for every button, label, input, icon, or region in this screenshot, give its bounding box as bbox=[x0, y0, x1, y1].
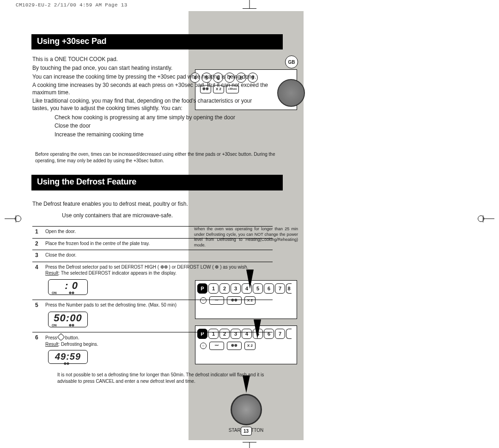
sec1-bullets: Check how cooking is progressing at any … bbox=[55, 114, 278, 139]
bullet: Increase the remaining cooking time bbox=[55, 131, 278, 139]
step-num: 3 bbox=[35, 252, 45, 259]
step-row: 1 Open the door. bbox=[32, 227, 273, 239]
step-text: Press the Defrost selector pad to set DE… bbox=[45, 264, 271, 276]
page-number: 13 bbox=[241, 427, 252, 436]
bullet: Close the door bbox=[55, 123, 278, 130]
p: This is a ONE TOUCH COOK pad. bbox=[32, 56, 268, 63]
section-title-defrost: Using the Defrost Feature bbox=[31, 175, 283, 190]
lcd-display: 49:59 ❆❆ bbox=[48, 350, 88, 364]
p: You can increase the cooking time by pre… bbox=[32, 74, 268, 81]
step-text: Open the door. bbox=[45, 228, 271, 235]
step-num: 1 bbox=[35, 228, 45, 236]
seg-value: 49:59 bbox=[51, 351, 85, 362]
bullet: Check how cooking is progressing at any … bbox=[55, 114, 278, 122]
safe-containers: Use only containers that are microwave-s… bbox=[62, 212, 278, 220]
print-job-header: CM1029-EU-2 2/11/00 4:59 AM Page 13 bbox=[16, 2, 128, 8]
dial-icon bbox=[231, 394, 262, 425]
step-text: Press the Number pads to set the defrost… bbox=[45, 302, 271, 309]
lcd-display: 50:00 ON❆❆ bbox=[48, 312, 88, 327]
p: A cooking time increases by 30 seconds a… bbox=[32, 82, 268, 96]
lcd-display: : 0 ON❆❆ bbox=[48, 279, 88, 295]
crop-mark-left bbox=[5, 212, 18, 226]
steps-table: 1 Open the door. 2 Place the frozen food… bbox=[32, 226, 273, 367]
section-title-30sec: Using +30sec Pad bbox=[31, 34, 283, 49]
step-text: Press button. Result: Defrosting begins. bbox=[45, 334, 271, 347]
language-badge: GB bbox=[285, 55, 298, 68]
step-row: 5 Press the Number pads to set the defro… bbox=[32, 300, 273, 333]
step-text: Close the door. bbox=[45, 252, 271, 258]
p: By touching the pad once, you can start … bbox=[32, 65, 268, 72]
step-row: 2 Place the frozen food in the centre of… bbox=[32, 239, 273, 251]
sec1-body: This is a ONE TOUCH COOK pad. By touchin… bbox=[32, 56, 268, 112]
step-row: 4 Press the Defrost selector pad to set … bbox=[32, 262, 273, 300]
defrost-intro: The Defrost feature enables you to defro… bbox=[32, 201, 278, 208]
p: Like traditional cooking, you may find t… bbox=[32, 98, 268, 112]
step-row: 6 Press button. Result: Defrosting begin… bbox=[32, 332, 273, 367]
dial-illustration bbox=[277, 79, 305, 107]
key-8b: 8 bbox=[286, 283, 292, 294]
seg-value: : 0 bbox=[51, 281, 85, 291]
crop-mark-right bbox=[481, 212, 494, 226]
step-num: 6 bbox=[35, 334, 45, 347]
step-row: 3 Close the door. bbox=[32, 250, 273, 262]
step-num: 5 bbox=[35, 302, 45, 309]
defrost-note: It is not possible to set a defrosting t… bbox=[57, 372, 274, 384]
key-8b bbox=[286, 329, 292, 339]
sec1-note: Before operating the oven, times can be … bbox=[35, 151, 275, 164]
step-text: Place the frozen food in the centre of t… bbox=[45, 240, 271, 247]
step-num: 4 bbox=[35, 264, 45, 276]
seg-value: 50:00 bbox=[51, 313, 85, 323]
step-num: 2 bbox=[35, 240, 45, 248]
